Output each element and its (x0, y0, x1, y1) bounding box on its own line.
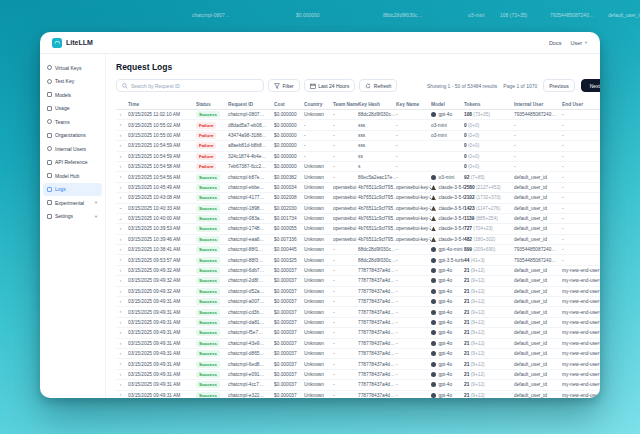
expand-chevron-icon[interactable]: › (116, 299, 128, 305)
expand-chevron-icon[interactable]: › (116, 361, 128, 367)
sidebar-item-virtual-keys[interactable]: Virtual Keys (43, 61, 102, 75)
sidebar-item-usage[interactable]: Usage (43, 102, 102, 116)
cell-tokens: 0 (0+0) (464, 143, 514, 148)
table-row[interactable]: ⌄03/15/2025 10:40:00 AMSuccesschatcmpl-0… (116, 214, 600, 224)
sidebar-item-experimental[interactable]: Experimental▼ (43, 196, 102, 210)
table-row[interactable]: ›03/15/2025 10:45:49 AMSuccesschatcmpl-e… (116, 183, 600, 193)
expand-chevron-icon[interactable]: › (116, 247, 128, 253)
cell-team-name: openwebui (333, 185, 358, 190)
docs-link[interactable]: Docs (549, 40, 562, 46)
sidebar-item-organizations[interactable]: Organizations (43, 129, 102, 143)
table-row[interactable]: ⌄03/15/2025 10:40:33 AMSuccesschatcmpl-1… (116, 204, 600, 214)
refresh-label: Refresh (374, 83, 392, 89)
cell-key-hash: 88dc28d9f030c… (358, 247, 396, 252)
table-row[interactable]: ›03/15/2025 09:49:31 AMSuccesschatcmpl-e… (116, 391, 600, 398)
cell-model: claude-3-5-hai… (431, 195, 464, 200)
cell-team-name: - (333, 289, 358, 294)
filter-button[interactable]: Filter (268, 79, 300, 92)
cell-key-name: - (396, 164, 431, 169)
cell-status: Success (196, 215, 228, 222)
expand-chevron-icon[interactable]: › (116, 122, 128, 128)
table-row[interactable]: ›03/15/2025 09:49:31 AMSuccesschatcmpl-4… (116, 339, 600, 349)
sidebar-item-logs[interactable]: Logs (43, 183, 102, 197)
cell-team-name: - (333, 393, 358, 398)
sidebar-item-test-key[interactable]: Test Key (43, 75, 102, 89)
cell-cost: $0.000037 (274, 351, 304, 356)
sidebar-item-model-hub[interactable]: Model Hub (43, 169, 102, 183)
expand-chevron-icon[interactable]: › (116, 185, 128, 191)
table-row[interactable]: ›03/15/2025 10:39:46 AMSuccesschatcmpl-e… (116, 235, 600, 245)
pagination: Showing 1 - 50 of 53484 results Page 1 o… (427, 79, 600, 92)
model-name: gpt-4o-mini (439, 247, 463, 252)
expand-chevron-icon[interactable]: › (116, 195, 128, 201)
expand-chevron-icon[interactable]: › (116, 372, 128, 378)
tokens-breakdown: (9+12) (471, 393, 485, 398)
time-range-button[interactable]: Last 24 Hours (304, 79, 356, 92)
cell-key-hash: 4b76511c9cf795… (358, 206, 396, 211)
table-row[interactable]: ›03/15/2025 09:49:31 AMSuccesschatcmpl-c… (116, 307, 600, 317)
cell-country: Unknown (304, 278, 333, 283)
expand-chevron-icon[interactable]: › (116, 320, 128, 326)
expand-chevron-icon[interactable]: › (116, 133, 128, 139)
tokens-breakdown: (0+0) (468, 123, 479, 128)
table-row[interactable]: ›03/15/2025 10:54:59 AMFailurea8aeb81d-b… (116, 141, 600, 151)
expand-chevron-icon[interactable]: › (116, 392, 128, 398)
cell-end-user: my-new-end-user-7 (562, 310, 600, 315)
previous-page-button[interactable]: Previous (543, 79, 574, 92)
tokens-breakdown: (9+12) (471, 268, 485, 273)
table-row[interactable]: ›03/15/2025 10:43:08 AMSuccesschatcmpl-4… (116, 193, 600, 203)
table-row[interactable]: ›03/15/2025 10:39:53 AMSuccesschatcmpl-1… (116, 224, 600, 234)
sidebar-item-models[interactable]: Models (43, 88, 102, 102)
table-row[interactable]: ›03/15/2025 09:49:31 AMSuccesschatcmpl-d… (116, 349, 600, 359)
expand-chevron-icon[interactable]: › (116, 143, 128, 149)
table-row[interactable]: ›03/15/2025 11:02:10 AMSuccesschatcmpl-0… (116, 110, 600, 120)
expand-chevron-icon[interactable]: › (116, 237, 128, 243)
expand-chevron-icon[interactable]: › (116, 112, 128, 118)
expand-chevron-icon[interactable]: › (116, 289, 128, 295)
table-row[interactable]: ›03/15/2025 09:49:32 AMSuccesschatcmpl-2… (116, 276, 600, 286)
table-row[interactable]: ›03/15/2025 09:49:31 AMSuccesschatcmpl-a… (116, 297, 600, 307)
cell-country: - (304, 143, 333, 148)
table-row[interactable]: ›03/15/2025 10:38:41 AMSuccesschatcmpl-8… (116, 245, 600, 255)
table-row[interactable]: ›03/15/2025 09:49:31 AMSuccesschatcmpl-d… (116, 318, 600, 328)
table-row[interactable]: ›03/15/2025 10:55:02 AMFailured8dad5a7-e… (116, 120, 600, 130)
expand-chevron-icon[interactable]: › (116, 164, 128, 170)
expand-chevron-icon[interactable]: › (116, 351, 128, 357)
sidebar-item-settings[interactable]: Settings▼ (43, 210, 102, 224)
expand-chevron-icon[interactable]: › (116, 257, 128, 263)
sidebar-item-api-reference[interactable]: API Reference (43, 156, 102, 170)
cell-time: 03/15/2025 09:49:32 AM (128, 289, 196, 294)
column-header: Key Name (396, 102, 431, 107)
table-row[interactable]: ›03/15/2025 09:49:31 AMSuccesschatcmpl-6… (116, 359, 600, 369)
table-row[interactable]: ›03/15/2025 09:53:57 AMSuccesschatcmpl-8… (116, 255, 600, 265)
table-row[interactable]: ›03/15/2025 10:54:59 AMFailure324c1874-4… (116, 152, 600, 162)
expand-chevron-icon[interactable]: › (116, 341, 128, 347)
table-row[interactable]: ›03/15/2025 09:49:31 AMSuccesschatcmpl-4… (116, 380, 600, 390)
refresh-button[interactable]: Refresh (359, 79, 397, 92)
expand-chevron-icon[interactable]: › (116, 382, 128, 388)
user-menu[interactable]: User ▼ (570, 40, 588, 46)
table-row[interactable]: ›03/15/2025 10:54:58 AMFailure7eb67387-6… (116, 162, 600, 172)
sidebar-item-teams[interactable]: Teams (43, 115, 102, 129)
tokens-breakdown: (7+85) (471, 175, 485, 180)
expand-chevron-icon[interactable]: ⌄ (116, 205, 128, 211)
sidebar-item-internal-users[interactable]: Internal Users (43, 142, 102, 156)
expand-chevron-icon[interactable]: › (116, 174, 128, 180)
expand-chevron-icon[interactable]: › (116, 309, 128, 315)
table-row[interactable]: ›03/15/2025 10:55:00 AMFailure43474a98-3… (116, 131, 600, 141)
table-row[interactable]: ›03/15/2025 10:54:56 AMSuccesschatcmpl-b… (116, 172, 600, 182)
table-row[interactable]: ›03/15/2025 09:49:32 AMSuccesschatcmpl-d… (116, 287, 600, 297)
expand-chevron-icon[interactable]: ⌄ (116, 216, 128, 222)
expand-chevron-icon[interactable]: › (116, 226, 128, 232)
table-row[interactable]: ›03/15/2025 09:49:31 AMSuccesschatcmpl-f… (116, 328, 600, 338)
sidebar-item-label: Logs (55, 186, 66, 192)
table-row[interactable]: ›03/15/2025 09:49:32 AMSuccesschatcmpl-6… (116, 266, 600, 276)
table-row[interactable]: ›03/15/2025 09:49:31 AMSuccesschatcmpl-e… (116, 370, 600, 380)
search-input[interactable]: Search by Request ID (116, 79, 264, 92)
next-page-button[interactable]: Next (581, 79, 600, 92)
expand-chevron-icon[interactable]: › (116, 268, 128, 274)
expand-chevron-icon[interactable]: › (116, 278, 128, 284)
expand-chevron-icon[interactable]: › (116, 330, 128, 336)
cell-request-id: 43474a98-3188… (228, 133, 274, 138)
expand-chevron-icon[interactable]: › (116, 154, 128, 160)
